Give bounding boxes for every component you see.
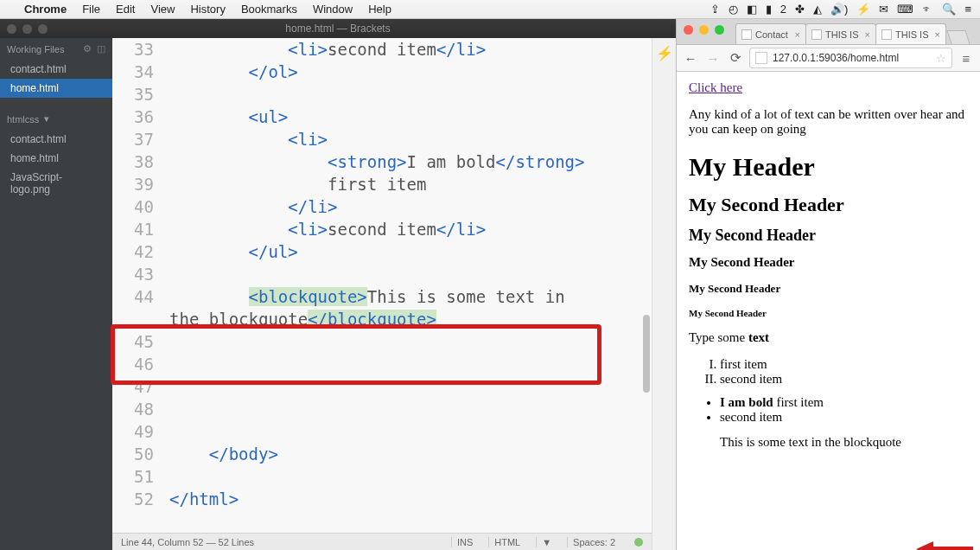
status-icon[interactable]: ✉ — [879, 3, 888, 16]
list-item: I am bold first item — [720, 395, 968, 410]
menu-window[interactable]: Window — [313, 3, 353, 16]
active-app-name[interactable]: Chrome — [24, 3, 67, 16]
heading-h4: My Second Header — [689, 255, 968, 270]
browser-tab[interactable]: THIS IS × — [875, 23, 946, 44]
tab-label: THIS IS — [825, 29, 859, 40]
close-tab-icon[interactable]: × — [862, 29, 870, 40]
minimize-icon[interactable] — [22, 24, 32, 34]
spotlight-icon[interactable]: 🔍 — [942, 3, 956, 16]
close-tab-icon[interactable]: × — [932, 29, 940, 40]
cursor-position: Line 44, Column 52 — 52 Lines — [121, 537, 254, 547]
maximize-icon[interactable] — [715, 25, 724, 35]
heading-h1: My Header — [689, 152, 968, 182]
menu-view[interactable]: View — [150, 3, 175, 16]
menu-history[interactable]: History — [190, 3, 225, 16]
language-mode[interactable]: HTML — [488, 537, 525, 547]
brackets-sidebar: Working Files ⚙◫ contact.html home.html … — [0, 38, 112, 550]
heading-h3: My Second Header — [689, 227, 968, 245]
menubar-status-icons: ⇪ ◴ ◧ ▮ 2 ✤ ◭ 🔊) ⚡ ✉ ⌨ ᯤ 🔍 ≡ — [710, 3, 971, 16]
close-icon[interactable] — [7, 24, 16, 34]
heading-h2: My Second Header — [689, 194, 968, 216]
list-item: second item — [720, 410, 968, 425]
maximize-icon[interactable] — [38, 24, 48, 34]
type-some-text: Type some text — [689, 330, 968, 345]
brackets-window: home.html — Brackets Working Files ⚙◫ co… — [0, 19, 676, 550]
chrome-tabstrip: Contact × THIS IS × THIS IS × — [677, 19, 980, 44]
menu-edit[interactable]: Edit — [116, 3, 135, 16]
status-icon[interactable]: ✤ — [795, 3, 805, 16]
status-icon[interactable]: 🔊) — [830, 3, 848, 16]
project-file-item[interactable]: home.html — [0, 149, 112, 168]
gear-icon[interactable]: ⚙ — [83, 43, 92, 54]
editor-area: 33 34 35 36 37 38 39 40 41 42 43 44 45 4… — [112, 38, 652, 550]
favicon-icon — [741, 29, 752, 40]
minimize-icon[interactable] — [699, 25, 709, 35]
status-icon[interactable]: ◭ — [813, 3, 822, 16]
browser-tab[interactable]: THIS IS × — [805, 23, 876, 44]
working-file-item[interactable]: contact.html — [0, 60, 112, 79]
chrome-window: Contact × THIS IS × THIS IS × ← → ⟳ — [676, 19, 980, 550]
line-number-gutter: 33 34 35 36 37 38 39 40 41 42 43 44 45 4… — [112, 38, 169, 533]
status-icon[interactable]: ◧ — [747, 3, 757, 16]
unordered-list: I am bold first item second item — [720, 395, 968, 425]
status-icon[interactable]: ⌨ — [897, 3, 913, 16]
heading-h6: My Second Header — [689, 308, 968, 318]
reload-button[interactable]: ⟳ — [727, 49, 744, 67]
chrome-toolbar: ← → ⟳ 127.0.0.1:59036/home.html ☆ ≡ — [677, 44, 980, 72]
split-icon[interactable]: ◫ — [97, 43, 105, 54]
status-icon[interactable]: ⇪ — [710, 3, 720, 16]
tab-label: THIS IS — [895, 29, 929, 40]
status-icon[interactable]: ⚡ — [856, 3, 870, 16]
ordered-list: first item second item — [720, 357, 968, 387]
code-content[interactable]: <li>second item</li> </ol> <ul> <li> <st… — [169, 38, 652, 533]
menu-bookmarks[interactable]: Bookmarks — [241, 3, 297, 16]
brackets-toolbar: ⚡ — [652, 38, 676, 550]
status-icon[interactable]: ◴ — [729, 3, 738, 16]
live-preview-icon[interactable]: ⚡ — [656, 45, 673, 61]
status-bar: Line 44, Column 52 — 52 Lines INS HTML ▼… — [112, 533, 652, 550]
insert-mode[interactable]: INS — [451, 537, 478, 547]
status-icon[interactable]: ▮ — [766, 3, 772, 16]
bookmark-star-icon[interactable]: ☆ — [936, 52, 946, 65]
favicon-icon — [881, 29, 892, 40]
status-icon[interactable]: ᯤ — [922, 3, 933, 16]
list-item: second item — [720, 372, 968, 387]
working-files-label: Working Files — [7, 44, 64, 54]
menu-help[interactable]: Help — [368, 3, 391, 16]
status-icon[interactable]: 2 — [780, 3, 786, 16]
working-files-header[interactable]: Working Files ⚙◫ — [0, 38, 112, 60]
new-tab-button[interactable] — [946, 30, 970, 44]
chevron-down-icon: ▾ — [44, 113, 49, 125]
scrollbar-thumb[interactable] — [643, 315, 650, 393]
paragraph-text: Any kind of a lot of text can be written… — [689, 107, 968, 137]
back-button[interactable]: ← — [682, 49, 699, 67]
window-controls — [684, 25, 724, 35]
mac-menubar: Chrome File Edit View History Bookmarks … — [0, 0, 980, 19]
svg-marker-1 — [916, 541, 933, 550]
notification-center-icon[interactable]: ≡ — [964, 3, 971, 16]
working-file-item[interactable]: home.html — [0, 79, 112, 98]
project-header[interactable]: htmlcss ▾ — [0, 108, 112, 130]
project-file-item[interactable]: contact.html — [0, 130, 112, 149]
linting-status-icon[interactable] — [634, 538, 643, 547]
dropdown-icon[interactable]: ▼ — [536, 537, 557, 547]
code-editor[interactable]: 33 34 35 36 37 38 39 40 41 42 43 44 45 4… — [112, 38, 652, 533]
address-bar[interactable]: 127.0.0.1:59036/home.html ☆ — [749, 48, 952, 68]
menu-file[interactable]: File — [82, 3, 100, 16]
page-icon — [755, 52, 767, 64]
page-link[interactable]: Click here — [689, 80, 742, 94]
vertical-scrollbar[interactable] — [642, 38, 650, 533]
favicon-icon — [811, 29, 822, 40]
project-file-item[interactable]: JavaScript-logo.png — [0, 168, 112, 199]
close-tab-icon[interactable]: × — [792, 29, 800, 40]
annotation-arrow — [914, 539, 975, 550]
url-text: 127.0.0.1:59036/home.html — [773, 52, 899, 64]
window-controls — [7, 24, 48, 34]
chrome-menu-icon[interactable]: ≡ — [958, 51, 975, 66]
forward-button[interactable]: → — [704, 49, 722, 67]
brackets-titlebar[interactable]: home.html — Brackets — [0, 19, 676, 38]
window-title: home.html — Brackets — [285, 22, 390, 35]
indent-setting[interactable]: Spaces: 2 — [567, 537, 620, 547]
close-icon[interactable] — [684, 25, 693, 35]
browser-tab[interactable]: Contact × — [735, 23, 806, 44]
